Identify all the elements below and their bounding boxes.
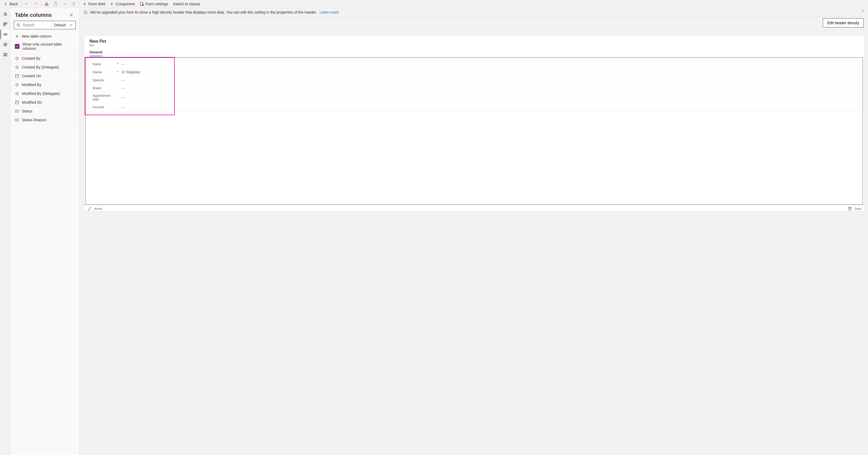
column-label: Status <box>22 109 32 113</box>
rail-hamburger[interactable] <box>1 9 9 19</box>
form-settings-label: Form settings <box>146 2 168 6</box>
form-title: New Pet <box>90 39 859 44</box>
form-field-button[interactable]: Form field <box>81 0 107 8</box>
filter-dropdown[interactable]: Default <box>52 21 75 29</box>
panel-close-button[interactable] <box>68 12 74 18</box>
info-close-button[interactable] <box>862 9 865 13</box>
undo-icon <box>25 2 29 6</box>
new-column-label: New table column <box>22 34 52 38</box>
column-label: Status Reason <box>22 118 46 122</box>
column-item[interactable]: Created By (Delegate) <box>10 63 79 72</box>
chevron-down-icon <box>69 23 73 27</box>
svg-point-5 <box>142 4 144 6</box>
chevron-down-icon <box>63 2 67 6</box>
rail-columns[interactable]: Abc <box>1 30 9 39</box>
field-label: Breed <box>93 86 117 90</box>
field-label: Species <box>93 78 117 82</box>
column-type-icon <box>15 109 19 113</box>
owner-value: Redacted <box>126 70 140 74</box>
paste-button[interactable] <box>52 0 60 8</box>
svg-rect-8 <box>4 25 5 26</box>
library-icon <box>3 53 7 57</box>
plus-icon <box>15 34 19 38</box>
delete-icon <box>72 2 76 6</box>
undo-button[interactable] <box>22 0 31 8</box>
redo-icon <box>34 2 38 6</box>
column-item[interactable]: Modified By <box>10 81 79 89</box>
search-input[interactable] <box>22 23 49 27</box>
paste-icon <box>54 2 58 6</box>
back-label: Back <box>9 2 18 6</box>
rail-components[interactable] <box>1 20 9 29</box>
close-icon <box>69 13 73 17</box>
form-field-row[interactable]: Appointment date--- <box>89 92 859 103</box>
svg-rect-25 <box>849 207 851 208</box>
field-value: --- <box>121 62 125 66</box>
field-value: --- <box>121 96 125 99</box>
field-value: --- <box>121 105 125 109</box>
column-item[interactable]: Modified On <box>10 98 79 107</box>
column-type-icon <box>15 65 19 69</box>
svg-text:Abc: Abc <box>4 34 7 35</box>
form-field-row[interactable]: Species--- <box>89 76 859 84</box>
status-label: Active <box>94 207 102 210</box>
redo-button[interactable] <box>31 0 40 8</box>
search-icon <box>16 23 21 27</box>
table-columns-panel: Table columns Default New table column S… <box>10 8 80 455</box>
form-section[interactable]: Name*---Owner*RedactedSpecies---Breed---… <box>85 58 863 205</box>
rail-tree[interactable] <box>1 40 9 49</box>
cut-button[interactable] <box>42 0 51 8</box>
form-status-bar: Active Save <box>84 206 865 211</box>
field-label: Account <box>93 105 117 109</box>
show-unused-label: Show only unused table columns <box>22 42 74 51</box>
search-input-wrap[interactable] <box>14 23 52 27</box>
column-type-icon <box>15 74 19 78</box>
show-unused-checkbox-row[interactable]: Show only unused table columns <box>10 40 79 54</box>
delete-button[interactable] <box>69 0 78 8</box>
save-label[interactable]: Save <box>855 207 861 210</box>
form-field-row[interactable]: Breed--- <box>89 84 859 92</box>
edit-header-density-button[interactable]: Edit header density <box>823 19 864 27</box>
column-item[interactable]: Modified By (Delegate) <box>10 89 79 98</box>
form-field-row[interactable]: Name*--- <box>89 60 859 68</box>
form-header[interactable]: New Pet Pet <box>84 36 865 49</box>
column-item[interactable]: Created By <box>10 54 79 63</box>
svg-rect-6 <box>4 23 5 24</box>
component-label: Component <box>116 2 135 6</box>
new-table-column-button[interactable]: New table column <box>10 32 79 40</box>
info-bar: We've upgraded your form to show a high … <box>80 8 868 17</box>
column-item[interactable]: Status <box>10 107 79 116</box>
svg-rect-11 <box>4 53 5 56</box>
column-type-icon <box>15 100 19 105</box>
save-icon <box>848 206 852 211</box>
column-list: Created ByCreated By (Delegate)Created O… <box>10 54 79 455</box>
panel-title: Table columns <box>15 12 52 18</box>
required-marker: * <box>117 70 119 74</box>
hamburger-icon <box>3 12 7 16</box>
separator <box>21 1 21 7</box>
form-field-label: Form field <box>88 2 105 6</box>
tab-general[interactable]: General <box>90 49 102 56</box>
learn-more-link[interactable]: Learn more <box>320 10 339 15</box>
form-tabs: General <box>84 49 865 57</box>
column-item[interactable]: Created On <box>10 72 79 81</box>
form-settings-button[interactable]: Form settings <box>138 0 170 8</box>
form-field-row[interactable]: Owner*Redacted <box>89 68 859 76</box>
switch-classic-button[interactable]: Switch to classic <box>171 0 203 8</box>
paste-dropdown[interactable] <box>60 0 69 8</box>
form-fieldset: Name*---Owner*RedactedSpecies---Breed---… <box>89 60 860 111</box>
layers-icon <box>3 42 7 47</box>
column-label: Created By (Delegate) <box>22 65 59 69</box>
column-label: Modified By (Delegate) <box>22 91 60 96</box>
plus-icon <box>110 2 114 6</box>
canvas-area: We've upgraded your form to show a high … <box>80 8 868 455</box>
expand-icon[interactable] <box>87 206 92 211</box>
component-button[interactable]: Component <box>107 0 137 8</box>
column-item[interactable]: Status Reason <box>10 116 79 124</box>
back-button[interactable]: Back <box>2 0 20 8</box>
back-arrow-icon <box>4 2 8 6</box>
field-icon: Abc <box>3 32 7 36</box>
rail-libraries[interactable] <box>1 50 9 59</box>
column-type-icon <box>15 83 19 87</box>
form-field-row[interactable]: Account--- <box>89 103 859 111</box>
